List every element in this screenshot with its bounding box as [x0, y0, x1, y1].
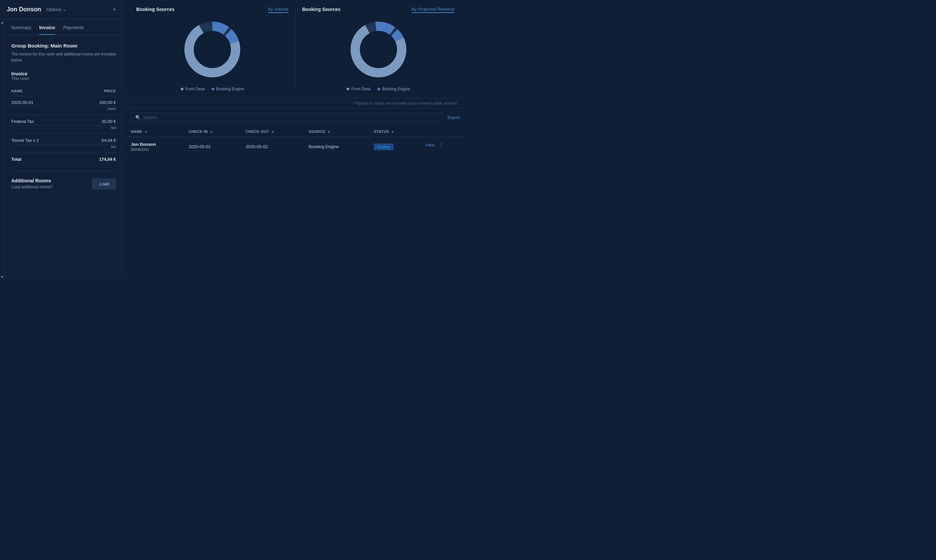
- row-price: 100,00 €: [76, 96, 116, 107]
- col-name-header[interactable]: NAME ▼: [123, 126, 181, 137]
- status-cell: Booked: [366, 137, 417, 157]
- table-row: Tourist Tax x 2 54,04 €: [11, 134, 116, 145]
- row-name: 2020-05-01: [11, 96, 76, 107]
- figures-note: * Figures in charts are rounded up to ne…: [123, 98, 468, 109]
- chart-revenue-subtitle: By Projected Revenue: [412, 7, 454, 13]
- search-box[interactable]: 🔍: [131, 112, 443, 122]
- charts-section: Booking Sources By Volume Fr: [123, 0, 468, 98]
- col-checkin-header[interactable]: CHECK IN ▼: [181, 126, 238, 137]
- total-label: Total: [11, 153, 76, 163]
- row-name: Federal Tax: [11, 115, 76, 126]
- chart-volume-legend: Front Desk Booking Engine: [181, 87, 244, 91]
- legend-frontdesk-volume: Front Desk: [181, 87, 205, 91]
- chart-volume-header: Booking Sources By Volume: [133, 7, 292, 13]
- scroll-up-icon[interactable]: ▲: [1, 21, 4, 24]
- col-status-header[interactable]: STATUS ▼: [366, 126, 417, 137]
- legend-frontdesk-revenue-dot: [346, 88, 349, 90]
- col-price: PRICE: [76, 86, 116, 96]
- total-row: Total 174,04 €: [11, 153, 116, 163]
- group-booking-title: Group Booking: Main Room: [11, 43, 116, 49]
- row-sub: tax: [11, 145, 116, 153]
- donut-revenue: [345, 16, 412, 83]
- table-row: Jon Donson BBNB2042 2020-05-01 2020-05-0…: [123, 137, 468, 157]
- table-toolbar: 🔍 Export: [123, 109, 468, 126]
- legend-frontdesk-dot: [181, 88, 183, 90]
- chart-volume: Booking Sources By Volume Fr: [133, 7, 292, 91]
- donut-revenue-svg: [345, 16, 412, 83]
- right-panel: Booking Sources By Volume Fr: [123, 0, 468, 280]
- status-sort-icon: ▼: [391, 130, 394, 134]
- legend-frontdesk-revenue-label: Front Desk: [351, 87, 371, 91]
- chart-divider: [296, 7, 296, 91]
- checkin-cell: 2020-05-01: [181, 137, 238, 157]
- source-sort-icon: ▼: [328, 130, 331, 134]
- chart-revenue-title: Booking Sources: [302, 7, 340, 13]
- more-button[interactable]: ⋮: [437, 142, 445, 148]
- header-title: Jon Donson: [7, 6, 41, 13]
- legend-bookingengine-revenue-label: Booking Engine: [382, 87, 410, 91]
- table-row: Federal Tax 20,00 €: [11, 115, 116, 126]
- view-button[interactable]: View: [425, 143, 435, 148]
- name-sort-icon: ▼: [145, 130, 148, 134]
- additional-rooms-title: Additional Rooms: [11, 178, 53, 183]
- left-panel: Jon Donson Options ⌄ × ▲ ▼ Summary Invoi…: [0, 0, 123, 280]
- load-button[interactable]: Load: [92, 178, 116, 189]
- chart-revenue: Booking Sources By Projected Revenue Fro…: [299, 7, 458, 91]
- invoice-section-sub: This room: [11, 76, 116, 81]
- invoice-section-title: Invoice: [11, 71, 116, 76]
- data-table: NAME ▼ CHECK IN ▼ CHECK OUT ▼ SOURCE ▼: [123, 126, 468, 157]
- checkout-sort-icon: ▼: [271, 130, 274, 134]
- chevron-down-icon: ⌄: [63, 7, 66, 12]
- chart-volume-title: Booking Sources: [136, 7, 174, 13]
- guest-ref: BBNB2042: [131, 148, 173, 151]
- legend-bookingengine-revenue-dot: [377, 88, 380, 90]
- table-section: 🔍 Export NAME ▼ CHECK IN ▼ CHECK OU: [123, 109, 468, 280]
- col-checkout-header[interactable]: CHECK OUT ▼: [237, 126, 301, 137]
- tab-invoice[interactable]: Invoice: [39, 20, 55, 35]
- col-source-header[interactable]: SOURCE ▼: [301, 126, 366, 137]
- options-label: Options: [46, 7, 62, 12]
- additional-rooms-section: Additional Rooms Load additional rooms? …: [11, 171, 116, 189]
- chart-volume-subtitle: By Volume: [268, 7, 288, 13]
- options-button[interactable]: Options ⌄: [46, 7, 66, 12]
- tab-summary[interactable]: Summary: [11, 20, 31, 35]
- legend-bookingengine-revenue: Booking Engine: [377, 87, 410, 91]
- col-name: NAME: [11, 86, 76, 96]
- chart-revenue-legend: Front Desk Booking Engine: [346, 87, 410, 91]
- table-header-row: NAME ▼ CHECK IN ▼ CHECK OUT ▼ SOURCE ▼: [123, 126, 468, 137]
- scroll-down-icon[interactable]: ▼: [1, 275, 4, 278]
- legend-frontdesk-label: Front Desk: [185, 87, 205, 91]
- row-name: Tourist Tax x 2: [11, 134, 76, 145]
- row-sub: room: [11, 107, 116, 115]
- total-value: 174,04 €: [76, 153, 116, 163]
- legend-bookingengine-volume: Booking Engine: [212, 87, 244, 91]
- group-booking-desc: The invoice for this room and additional…: [11, 51, 116, 63]
- row-price: 20,00 €: [76, 115, 116, 126]
- additional-rooms-sub: Load additional rooms?: [11, 185, 53, 189]
- legend-frontdesk-revenue: Front Desk: [346, 87, 371, 91]
- actions-cell: View ⋮: [417, 137, 468, 153]
- donut-volume-svg: [179, 16, 246, 83]
- source-cell: Booking Engine: [301, 137, 366, 157]
- scrollbar[interactable]: ▲ ▼: [0, 19, 5, 280]
- legend-bookingengine-dot: [212, 88, 214, 90]
- invoice-table: NAME PRICE 2020-05-01 100,00 € room Fede…: [11, 86, 116, 163]
- guest-cell: Jon Donson BBNB2042: [123, 137, 181, 157]
- legend-bookingengine-label: Booking Engine: [216, 87, 244, 91]
- row-price: 54,04 €: [76, 134, 116, 145]
- col-actions-header: [417, 126, 468, 137]
- search-input[interactable]: [143, 115, 439, 120]
- export-button[interactable]: Export: [447, 115, 460, 120]
- status-badge: Booked: [374, 143, 393, 150]
- donut-volume: [179, 16, 246, 83]
- panel-content: Group Booking: Main Room The invoice for…: [5, 35, 123, 280]
- tab-payments[interactable]: Payments: [63, 20, 84, 35]
- chart-revenue-header: Booking Sources By Projected Revenue: [299, 7, 458, 13]
- checkout-cell: 2020-05-02: [237, 137, 301, 157]
- close-button[interactable]: ×: [113, 7, 116, 12]
- header-bar: Jon Donson Options ⌄ ×: [0, 0, 123, 19]
- row-sub: tax: [11, 126, 116, 134]
- tabs-bar: Summary Invoice Payments: [5, 19, 123, 35]
- checkin-sort-icon: ▼: [210, 130, 213, 134]
- table-row: 2020-05-01 100,00 €: [11, 96, 116, 107]
